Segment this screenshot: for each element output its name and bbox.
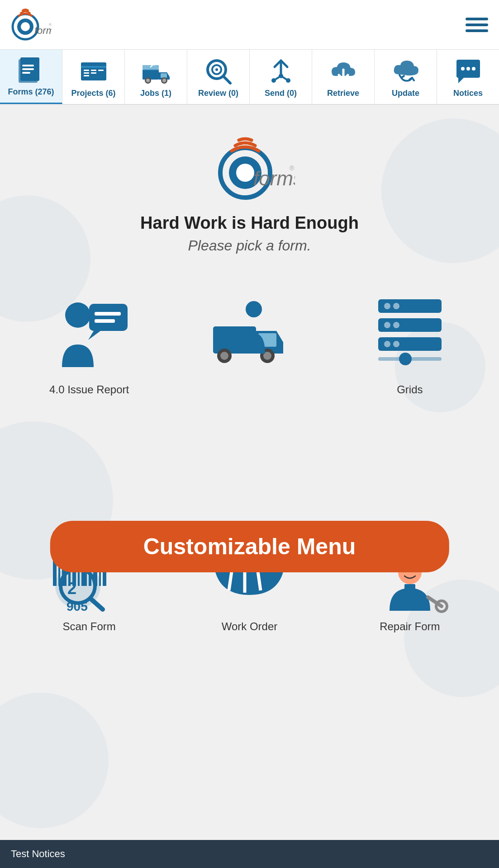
svg-point-40 <box>236 164 254 182</box>
hero-section: forms ® Hard Work is Hard Enough Please … <box>0 105 499 268</box>
hero-subtitle: Please pick a form. <box>18 237 481 254</box>
svg-point-43 <box>65 302 90 328</box>
svg-rect-22 <box>161 73 167 78</box>
tab-review-label: Review (0) <box>198 89 238 99</box>
svg-rect-17 <box>84 75 89 76</box>
grid-item-repair-form-label: Repair Form <box>380 620 440 633</box>
svg-point-37 <box>472 67 475 71</box>
tab-notices[interactable]: Notices <box>437 50 499 104</box>
svg-point-36 <box>466 67 470 71</box>
svg-point-30 <box>215 68 218 71</box>
grid-item-scan-form-label: Scan Form <box>62 620 115 633</box>
svg-rect-16 <box>84 72 89 74</box>
svg-point-2 <box>21 22 30 31</box>
app-header: forms ® <box>0 0 499 50</box>
svg-point-35 <box>461 67 465 71</box>
svg-text:905: 905 <box>67 599 88 613</box>
svg-rect-12 <box>22 72 30 74</box>
svg-rect-6 <box>466 24 488 26</box>
svg-rect-44 <box>89 304 128 331</box>
svg-rect-9 <box>19 59 38 83</box>
hamburger-menu-button[interactable] <box>466 16 488 34</box>
tab-notices-label: Notices <box>453 89 483 99</box>
svg-text:2: 2 <box>67 579 76 598</box>
svg-point-32 <box>271 78 276 83</box>
tab-review[interactable]: Review (0) <box>187 50 250 104</box>
svg-rect-19 <box>91 72 96 74</box>
tab-forms[interactable]: Forms (276) <box>0 50 62 104</box>
retrieve-icon <box>329 57 358 86</box>
logo-area: forms ® <box>11 8 52 42</box>
tab-update[interactable]: Update <box>375 50 437 104</box>
svg-point-58 <box>384 322 390 328</box>
tab-jobs-label: Jobs (1) <box>140 89 171 99</box>
tab-forms-label: Forms (276) <box>8 87 54 97</box>
svg-line-31 <box>223 76 230 83</box>
svg-rect-45 <box>95 312 121 316</box>
tab-projects[interactable]: Projects (6) <box>62 50 125 104</box>
doforms-logo-icon: forms ® <box>11 8 52 42</box>
hero-logo: forms ® <box>204 132 295 204</box>
bg-decoration <box>0 693 109 828</box>
svg-point-24 <box>146 79 150 82</box>
tab-retrieve-label: Retrieve <box>327 89 359 99</box>
svg-point-56 <box>393 303 399 309</box>
bottom-notification-bar[interactable]: Test Notices <box>0 840 499 868</box>
svg-line-78 <box>90 599 103 609</box>
svg-point-62 <box>393 341 399 347</box>
hero-tagline: Hard Work is Hard Enough <box>18 213 481 233</box>
svg-point-64 <box>399 353 412 365</box>
tab-jobs[interactable]: Jobs (1) <box>125 50 187 104</box>
svg-text:®: ® <box>290 165 295 172</box>
send-icon <box>266 57 295 86</box>
bottom-bar-text: Test Notices <box>11 848 65 859</box>
svg-rect-89 <box>404 584 415 591</box>
review-icon <box>204 57 233 86</box>
svg-rect-27 <box>143 65 159 71</box>
navigation-tabs: Forms (276) Projects (6) <box>0 50 499 105</box>
svg-rect-14 <box>81 66 106 68</box>
grid-item-issue-report[interactable]: 4.0 Issue Report <box>9 277 169 405</box>
jobs-icon <box>142 57 171 86</box>
svg-point-59 <box>393 322 399 328</box>
update-icon <box>391 57 420 86</box>
svg-rect-18 <box>91 70 96 71</box>
tab-update-label: Update <box>392 89 419 99</box>
svg-rect-20 <box>98 70 104 71</box>
svg-point-34 <box>279 74 283 78</box>
customizable-menu-banner[interactable]: Customizable Menu <box>50 521 449 572</box>
svg-rect-11 <box>22 68 34 70</box>
forms-icon <box>17 56 46 85</box>
svg-point-55 <box>384 303 390 309</box>
center-icon <box>204 286 295 376</box>
grid-item-center <box>169 277 329 405</box>
svg-rect-5 <box>466 18 488 20</box>
svg-rect-46 <box>95 319 115 323</box>
grids-icon <box>365 286 455 376</box>
svg-point-53 <box>246 301 262 317</box>
svg-point-50 <box>220 352 228 360</box>
svg-rect-10 <box>22 65 34 66</box>
tab-send-label: Send (0) <box>265 89 297 99</box>
grid-item-grids[interactable]: Grids <box>330 277 490 405</box>
main-content: forms ® Hard Work is Hard Enough Please … <box>0 105 499 828</box>
grid-item-grids-label: Grids <box>397 383 423 396</box>
svg-rect-7 <box>466 29 488 32</box>
svg-rect-21 <box>143 70 159 80</box>
grid-item-work-order-label: Work Order <box>222 620 278 633</box>
svg-text:®: ® <box>49 23 52 27</box>
issue-report-icon <box>44 286 134 376</box>
tab-retrieve[interactable]: Retrieve <box>312 50 375 104</box>
grid-row-1: 4.0 Issue Report <box>0 268 499 405</box>
tab-projects-label: Projects (6) <box>71 89 115 99</box>
notices-icon <box>454 57 483 86</box>
svg-text:forms: forms <box>253 167 295 189</box>
svg-point-61 <box>384 341 390 347</box>
svg-rect-13 <box>81 62 106 80</box>
projects-icon <box>79 57 108 86</box>
tab-send[interactable]: Send (0) <box>250 50 312 104</box>
svg-point-26 <box>162 79 166 82</box>
svg-rect-15 <box>84 70 89 71</box>
grid-item-issue-report-label: 4.0 Issue Report <box>49 383 129 396</box>
svg-point-33 <box>286 78 290 83</box>
